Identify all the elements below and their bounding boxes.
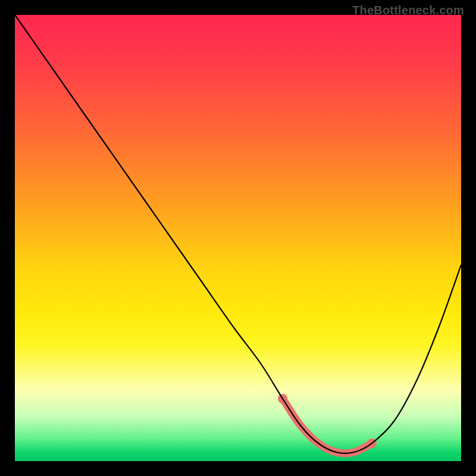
- optimal-zone-marker: [283, 399, 372, 453]
- bottleneck-curve-line: [15, 15, 461, 453]
- curve-layer: [15, 15, 461, 461]
- watermark-text: TheBottleneck.com: [352, 4, 464, 17]
- chart-frame: TheBottleneck.com: [0, 0, 476, 476]
- plot-area: [15, 15, 461, 461]
